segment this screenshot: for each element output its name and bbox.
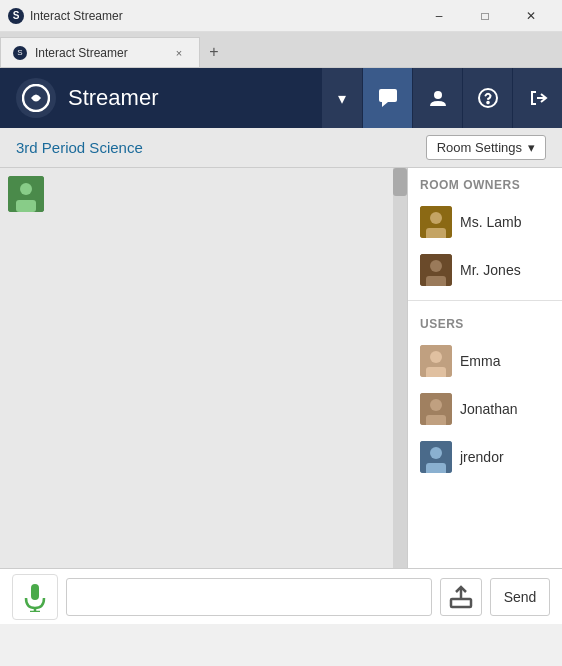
tab-interact-streamer[interactable]: S Interact Streamer × — [0, 37, 200, 67]
app-logo-area: Streamer — [0, 78, 322, 118]
close-button[interactable]: ✕ — [508, 0, 554, 32]
message-input[interactable] — [66, 578, 432, 616]
chat-action-button[interactable] — [362, 68, 412, 128]
app-dropdown-button[interactable]: ▾ — [322, 68, 362, 128]
svg-rect-24 — [31, 584, 39, 600]
room-owners-label: ROOM OWNERS — [408, 168, 562, 198]
svg-point-10 — [430, 212, 442, 224]
svg-rect-23 — [426, 463, 446, 473]
right-sidebar: ROOM OWNERS Ms. Lamb Mr. Jones — [407, 168, 562, 568]
app-title: Streamer — [68, 85, 158, 111]
send-button[interactable]: Send — [490, 578, 550, 616]
window-title: Interact Streamer — [30, 9, 123, 23]
room-bar: 3rd Period Science Room Settings ▾ — [0, 128, 562, 168]
scroll-thumb[interactable] — [393, 168, 407, 196]
mic-button[interactable] — [12, 574, 58, 620]
room-settings-button[interactable]: Room Settings ▾ — [426, 135, 546, 160]
ms-lamb-avatar — [420, 206, 452, 238]
svg-point-13 — [430, 260, 442, 272]
app-header: Streamer ▾ — [0, 68, 562, 128]
chat-scrollbar[interactable] — [393, 168, 407, 568]
tab-bar: S Interact Streamer × + — [0, 32, 562, 68]
users-label: USERS — [408, 307, 562, 337]
svg-rect-1 — [379, 89, 397, 102]
main-content: ROOM OWNERS Ms. Lamb Mr. Jones — [0, 168, 562, 568]
svg-point-16 — [430, 351, 442, 363]
svg-point-19 — [430, 399, 442, 411]
exit-action-button[interactable] — [512, 68, 562, 128]
window-chrome: S Interact Streamer – □ ✕ — [0, 0, 562, 32]
tab-close-button[interactable]: × — [171, 45, 187, 61]
header-actions — [362, 68, 562, 128]
svg-point-5 — [487, 102, 489, 104]
maximize-button[interactable]: □ — [462, 0, 508, 32]
owners-users-divider — [408, 300, 562, 301]
mr-jones-avatar — [420, 254, 452, 286]
owner-mr-jones[interactable]: Mr. Jones — [408, 246, 562, 294]
mr-jones-name: Mr. Jones — [460, 262, 521, 278]
chat-avatar — [8, 176, 44, 212]
room-settings-label: Room Settings — [437, 140, 522, 155]
jonathan-name: Jonathan — [460, 401, 518, 417]
profile-action-button[interactable] — [412, 68, 462, 128]
room-name: 3rd Period Science — [16, 139, 143, 156]
svg-marker-2 — [382, 102, 388, 107]
minimize-button[interactable]: – — [416, 0, 462, 32]
emma-name: Emma — [460, 353, 500, 369]
svg-rect-20 — [426, 415, 446, 425]
help-action-button[interactable] — [462, 68, 512, 128]
user-jrendor[interactable]: jrendor — [408, 433, 562, 481]
svg-point-7 — [20, 183, 32, 195]
app-logo — [16, 78, 56, 118]
chat-area — [0, 168, 407, 568]
svg-point-22 — [430, 447, 442, 459]
user-jonathan[interactable]: Jonathan — [408, 385, 562, 433]
user-emma[interactable]: Emma — [408, 337, 562, 385]
app-icon: S — [8, 8, 24, 24]
svg-rect-27 — [451, 599, 471, 607]
window-title-bar: S Interact Streamer — [8, 8, 123, 24]
tab-icon: S — [13, 46, 27, 60]
upload-button[interactable] — [440, 578, 482, 616]
bottom-bar: Send — [0, 568, 562, 624]
jrendor-avatar — [420, 441, 452, 473]
tab-label: Interact Streamer — [35, 46, 128, 60]
jonathan-avatar — [420, 393, 452, 425]
svg-rect-8 — [16, 200, 36, 212]
room-settings-arrow: ▾ — [528, 140, 535, 155]
emma-avatar — [420, 345, 452, 377]
owner-ms-lamb[interactable]: Ms. Lamb — [408, 198, 562, 246]
svg-rect-14 — [426, 276, 446, 286]
new-tab-button[interactable]: + — [200, 37, 228, 67]
svg-point-3 — [434, 91, 442, 99]
svg-rect-17 — [426, 367, 446, 377]
svg-rect-11 — [426, 228, 446, 238]
ms-lamb-name: Ms. Lamb — [460, 214, 521, 230]
jrendor-name: jrendor — [460, 449, 504, 465]
chat-messages[interactable] — [0, 168, 407, 568]
window-controls: – □ ✕ — [416, 0, 554, 32]
